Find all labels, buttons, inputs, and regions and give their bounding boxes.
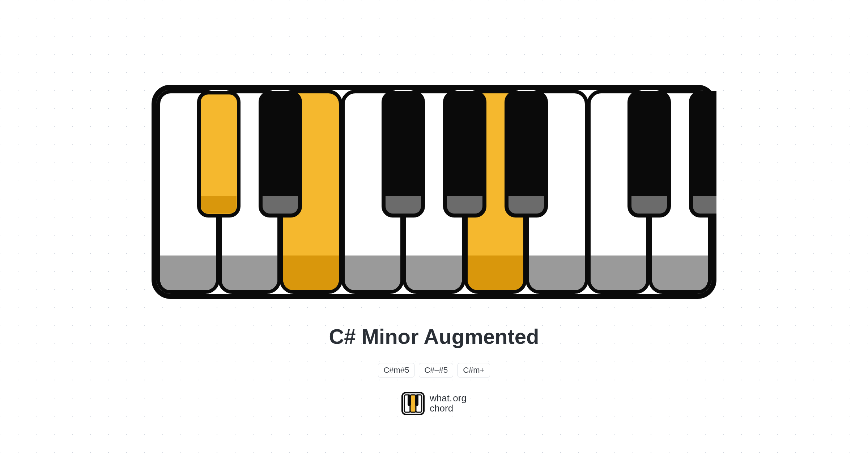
keyboard-svg <box>152 85 716 299</box>
brand: what.org chord <box>401 392 467 415</box>
alias-chip: C#–#5 <box>419 363 453 377</box>
piano-keyboard <box>152 85 716 299</box>
chord-aliases: C#m#5 C#–#5 C#m+ <box>378 363 490 377</box>
brand-org: org <box>453 393 467 404</box>
svg-rect-7 <box>408 395 411 406</box>
svg-rect-5 <box>410 395 416 412</box>
brand-chord: chord <box>430 404 467 413</box>
alias-chip: C#m#5 <box>378 363 414 377</box>
svg-rect-8 <box>415 395 418 406</box>
brand-logo-icon <box>401 392 425 415</box>
brand-text: what.org chord <box>430 393 467 413</box>
alias-chip: C#m+ <box>458 363 490 377</box>
brand-dot: . <box>450 393 453 404</box>
brand-what: what <box>430 393 450 404</box>
chord-title: C# Minor Augmented <box>329 324 539 349</box>
